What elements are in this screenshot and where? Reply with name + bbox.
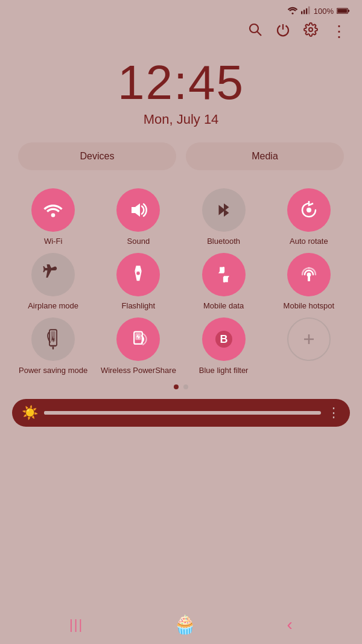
svg-line-9: [258, 32, 262, 36]
bluetooth-label: Bluetooth: [207, 237, 240, 247]
qs-item-flashlight[interactable]: Flashlight: [97, 253, 179, 311]
top-actions: ⋮: [0, 19, 362, 49]
home-button[interactable]: 🧁: [174, 614, 196, 635]
settings-icon[interactable]: [303, 22, 318, 40]
brightness-fill: [44, 411, 141, 415]
svg-rect-6: [348, 10, 350, 11]
qs-item-wireless-powershare[interactable]: Wireless PowerShare: [97, 317, 179, 376]
more-icon[interactable]: ⋮: [331, 24, 347, 39]
hotspot-icon-circle: [287, 253, 331, 296]
qs-item-auto-rotate[interactable]: Auto rotate: [268, 188, 350, 247]
recents-button[interactable]: |||: [69, 617, 83, 633]
signal-icon: [301, 6, 311, 16]
svg-rect-4: [308, 7, 310, 14]
airplane-icon-circle: [31, 253, 75, 296]
wirelesspowershare-icon-circle: [116, 317, 160, 361]
back-button[interactable]: ‹: [287, 615, 293, 634]
bluetooth-icon-circle: [202, 188, 246, 232]
svg-point-19: [306, 272, 311, 276]
devices-tab[interactable]: Devices: [18, 142, 176, 170]
qs-item-add[interactable]: [268, 317, 350, 376]
brightness-more-icon[interactable]: ⋮: [327, 405, 340, 421]
tab-buttons: Devices Media: [0, 142, 362, 182]
qs-item-mobile-data[interactable]: Mobile data: [183, 253, 265, 311]
dot-1: [174, 384, 179, 389]
svg-rect-20: [308, 276, 310, 281]
svg-point-13: [306, 208, 311, 212]
sound-label: Sound: [127, 237, 150, 247]
svg-point-14: [137, 272, 141, 275]
hotspot-label: Mobile hotspot: [284, 301, 335, 311]
battery-percentage: 100%: [314, 7, 334, 16]
clock-date: Mon, July 14: [0, 112, 362, 127]
search-icon[interactable]: [248, 22, 262, 40]
bluelight-icon-circle: B: [202, 317, 246, 361]
qs-item-power-saving[interactable]: Power saving mode: [12, 317, 94, 376]
svg-rect-3: [306, 8, 307, 14]
wirelesspowershare-label: Wireless PowerShare: [101, 366, 176, 376]
power-icon[interactable]: [276, 22, 290, 40]
svg-point-11: [51, 213, 56, 217]
brightness-sun-icon: ☀️: [22, 405, 38, 421]
battery-icon: [337, 7, 350, 16]
add-icon-circle[interactable]: [287, 317, 331, 361]
qs-item-airplane[interactable]: Airplane mode: [12, 253, 94, 311]
brightness-bar[interactable]: ☀️ ⋮: [12, 399, 350, 427]
powersaving-icon-circle: [31, 317, 75, 361]
flashlight-label: Flashlight: [122, 301, 156, 311]
wifi-status-icon: [287, 6, 298, 16]
page-dots: [12, 384, 350, 389]
svg-rect-1: [301, 11, 302, 14]
media-tab[interactable]: Media: [186, 142, 344, 170]
svg-point-10: [309, 28, 313, 31]
bottom-nav: ||| 🧁 ‹: [0, 605, 362, 644]
qs-item-bluetooth[interactable]: Bluetooth: [183, 188, 265, 247]
quick-settings: Wi-Fi Sound Bluetooth: [0, 182, 362, 389]
powersaving-label: Power saving mode: [19, 366, 87, 376]
svg-rect-2: [303, 10, 305, 14]
qs-item-blue-light[interactable]: B Blue light filter: [183, 317, 265, 376]
flashlight-icon-circle: [116, 253, 160, 296]
qs-grid: Wi-Fi Sound Bluetooth: [12, 188, 350, 376]
mobiledata-label: Mobile data: [203, 301, 244, 311]
bluelight-label: Blue light filter: [199, 366, 249, 376]
status-bar: 100%: [0, 0, 362, 19]
dot-2: [183, 384, 188, 389]
clock-time: 12:45: [0, 59, 362, 107]
sound-icon-circle: [116, 188, 160, 232]
autorotate-icon-circle: [287, 188, 331, 232]
svg-rect-7: [337, 9, 347, 13]
brightness-track[interactable]: [44, 411, 321, 415]
wifi-icon-circle: [31, 188, 75, 232]
qs-item-hotspot[interactable]: Mobile hotspot: [268, 253, 350, 311]
autorotate-label: Auto rotate: [290, 237, 328, 247]
qs-item-sound[interactable]: Sound: [97, 188, 179, 247]
svg-marker-12: [132, 203, 140, 217]
qs-item-wifi[interactable]: Wi-Fi: [12, 188, 94, 247]
svg-text:B: B: [220, 333, 227, 345]
wifi-label: Wi-Fi: [44, 237, 62, 247]
mobiledata-icon-circle: [202, 253, 246, 296]
svg-point-0: [291, 13, 293, 14]
clock-section: 12:45 Mon, July 14: [0, 49, 362, 142]
svg-point-8: [250, 24, 258, 33]
airplane-label: Airplane mode: [28, 301, 78, 311]
